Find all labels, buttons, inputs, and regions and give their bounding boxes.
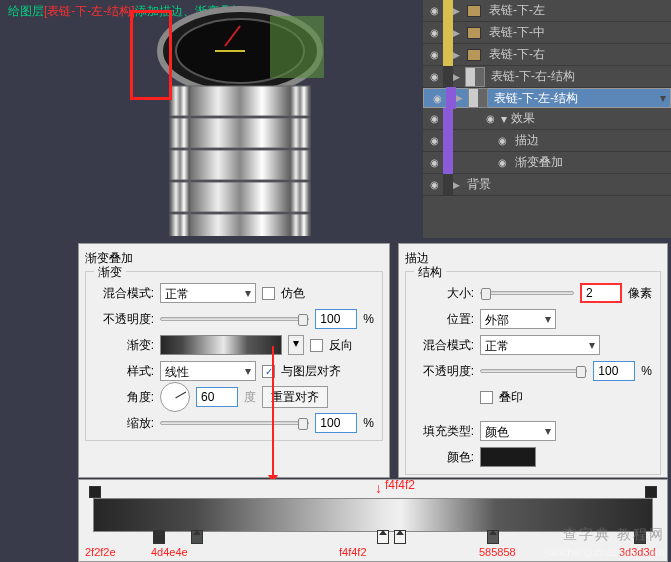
position-label: 位置:	[414, 311, 474, 328]
layer-label: 表链-下-右	[489, 46, 545, 63]
layer-label: 渐变叠加	[515, 154, 563, 171]
position-select[interactable]: 外部	[480, 309, 556, 329]
layer-row[interactable]: ◉▶表链-下-右-结构	[423, 66, 671, 88]
scale-input[interactable]	[315, 413, 357, 433]
style-select[interactable]: 线性	[160, 361, 256, 381]
color-stop[interactable]	[487, 530, 499, 544]
layer-label: 效果	[511, 110, 535, 127]
svg-rect-2	[270, 16, 324, 78]
size-input[interactable]	[580, 283, 622, 303]
svg-rect-5	[290, 86, 310, 116]
opacity-stop[interactable]	[89, 486, 101, 498]
overprint-checkbox[interactable]	[480, 391, 493, 404]
layer-label: 表链-下-左-结构	[494, 90, 578, 107]
blend-select[interactable]: 正常	[480, 335, 600, 355]
visibility-icon[interactable]: ◉	[425, 154, 443, 172]
gradient-preview[interactable]	[160, 335, 282, 355]
layer-row[interactable]: ◉◉描边	[423, 130, 671, 152]
layer-label: 表链-下-左	[489, 2, 545, 19]
visibility-icon[interactable]: ◉	[425, 46, 443, 64]
annotation-arrow	[272, 346, 274, 482]
folder-icon	[467, 27, 481, 39]
stroke-panel: 描边 结构 大小:像素 位置:外部 混合模式:正常 不透明度:% 叠印 填充类型…	[398, 243, 668, 478]
visibility-icon[interactable]: ◉	[425, 132, 443, 150]
blend-select[interactable]: 正常	[160, 283, 256, 303]
layer-label: 表链-下-右-结构	[491, 68, 575, 85]
svg-rect-3	[185, 86, 295, 116]
color-stop[interactable]	[377, 530, 389, 544]
layer-thumb	[468, 88, 488, 108]
layer-row[interactable]: ◉▶表链-下-左	[423, 0, 671, 22]
dither-checkbox[interactable]	[262, 287, 275, 300]
angle-input[interactable]	[196, 387, 238, 407]
gradient-dropdown[interactable]: ▾	[288, 335, 304, 355]
folder-icon	[467, 5, 481, 17]
group-title: 结构	[414, 264, 446, 281]
opacity-stop[interactable]	[645, 486, 657, 498]
color-stop[interactable]	[394, 530, 406, 544]
highlight-box	[130, 10, 172, 100]
color-stop[interactable]	[153, 530, 165, 544]
watermark: 查字典 教程网	[563, 526, 665, 544]
panel-title: 渐变叠加	[85, 250, 383, 267]
stop-hex-label: 2f2f2e	[85, 546, 116, 558]
color-swatch[interactable]	[480, 447, 536, 467]
size-slider[interactable]	[480, 291, 574, 295]
layer-row[interactable]: ◉◉渐变叠加	[423, 152, 671, 174]
layer-label: 描边	[515, 132, 539, 149]
stop-hex-label: 4d4e4e	[151, 546, 188, 558]
stop-hex-label: f4f4f2	[339, 546, 367, 558]
folder-icon	[467, 49, 481, 61]
stop-hex-label: 585858	[479, 546, 516, 558]
blend-label: 混合模式:	[94, 285, 154, 302]
layer-thumb	[465, 67, 485, 87]
layer-row[interactable]: ◉▶表链-下-右	[423, 44, 671, 66]
filltype-label: 填充类型:	[414, 423, 474, 440]
visibility-icon[interactable]: ◉	[425, 24, 443, 42]
opacity-slider[interactable]	[160, 317, 309, 321]
layer-row[interactable]: ◉▶背景	[423, 174, 671, 196]
size-label: 大小:	[414, 285, 474, 302]
visibility-icon[interactable]: ◉	[425, 110, 443, 128]
opacity-slider[interactable]	[480, 369, 587, 373]
blend-label: 混合模式:	[414, 337, 474, 354]
opacity-label: 不透明度:	[94, 311, 154, 328]
gradient-label: 渐变:	[94, 337, 154, 354]
opacity-input[interactable]	[593, 361, 635, 381]
svg-rect-4	[170, 86, 190, 116]
visibility-icon[interactable]: ◉	[428, 89, 446, 107]
layer-row[interactable]: ◉◉▾效果	[423, 108, 671, 130]
visibility-icon[interactable]: ◉	[425, 2, 443, 20]
angle-dial[interactable]	[160, 382, 190, 412]
color-stop[interactable]	[191, 530, 203, 544]
visibility-icon[interactable]: ◉	[425, 68, 443, 86]
layer-row[interactable]: ◉▶表链-下-左-结构	[423, 88, 671, 108]
callout-arrow: ↓f4f4f2	[375, 480, 382, 496]
layers-panel: ◉▶表链-下-左◉▶表链-下-中◉▶表链-下-右◉▶表链-下-右-结构◉▶表链-…	[423, 0, 671, 238]
layer-label: 表链-下-中	[489, 24, 545, 41]
color-label: 颜色:	[414, 449, 474, 466]
watermark-url: jiaocheng.chazidian.com	[545, 546, 665, 558]
opacity-input[interactable]	[315, 309, 357, 329]
opacity-label: 不透明度:	[414, 363, 474, 380]
angle-label: 角度:	[94, 389, 154, 406]
layer-row[interactable]: ◉▶表链-下-中	[423, 22, 671, 44]
scale-slider[interactable]	[160, 421, 309, 425]
filltype-select[interactable]: 颜色	[480, 421, 556, 441]
scale-label: 缩放:	[94, 415, 154, 432]
layer-label: 背景	[467, 176, 491, 193]
reverse-checkbox[interactable]	[310, 339, 323, 352]
group-title: 渐变	[94, 264, 126, 281]
style-label: 样式:	[94, 363, 154, 380]
gradient-overlay-panel: 渐变叠加 渐变 混合模式:正常仿色 不透明度:% 渐变:▾反向 样式:线性✓与图…	[78, 243, 390, 478]
visibility-icon[interactable]: ◉	[425, 176, 443, 194]
